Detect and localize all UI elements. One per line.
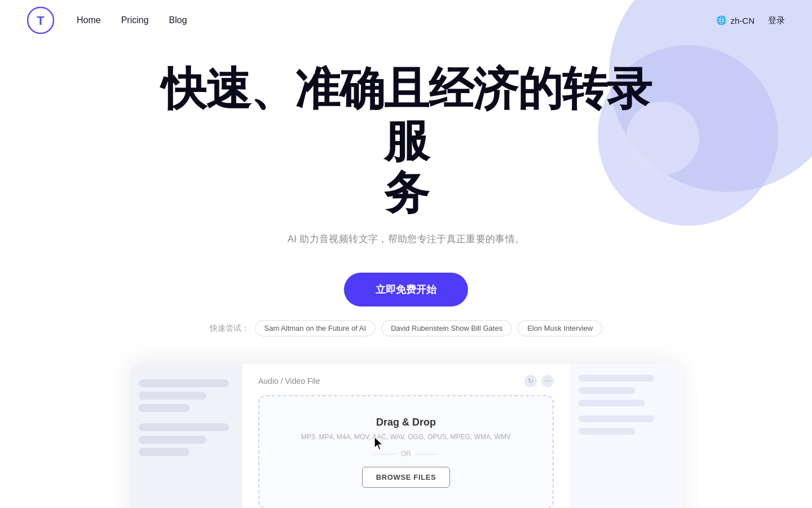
right-bar-5 <box>579 428 636 435</box>
login-button[interactable]: 登录 <box>768 15 785 26</box>
sidebar-bar-3 <box>139 404 189 412</box>
nav-links: Home Pricing Blog <box>77 15 187 25</box>
svg-text:T: T <box>37 14 45 28</box>
browse-files-button[interactable]: BROWSE FILES <box>362 467 451 488</box>
quick-try-label: 快速尝试： <box>210 323 249 334</box>
nav-home[interactable]: Home <box>77 15 101 25</box>
dropzone[interactable]: Drag & Drop MP3, MP4, M4A, MOV, AAC, WAV… <box>258 395 554 508</box>
hero-section: 快速、准确且经济的转录服务 AI 助力音视频转文字，帮助您专注于真正重要的事情。… <box>0 41 812 336</box>
refresh-icon[interactable]: ↻ <box>524 375 537 387</box>
preview-icons: ↻ ⋯ <box>524 375 554 387</box>
app-preview: Audio / Video File ↻ ⋯ Drag & Drop MP3, … <box>130 364 682 508</box>
preview-top-bar: Audio / Video File ↻ ⋯ <box>258 375 554 387</box>
file-label: Audio / Video File <box>258 376 320 386</box>
nav-left: T Home Pricing Blog <box>27 7 187 34</box>
sidebar-bar-5 <box>139 436 206 444</box>
right-bar-2 <box>579 387 636 394</box>
cta-button[interactable]: 立即免费开始 <box>344 273 468 306</box>
preview-right <box>570 364 682 508</box>
right-bar-4 <box>579 415 654 422</box>
quick-chip-1[interactable]: David Rubenstein Show Bill Gates <box>381 320 512 336</box>
dropzone-or: OR <box>271 450 541 458</box>
globe-icon: 🌐 <box>716 15 727 25</box>
sidebar-bar-6 <box>139 448 189 456</box>
nav-right: 🌐 zh-CN 登录 <box>716 15 785 26</box>
right-bar-1 <box>579 375 654 382</box>
sidebar-bar-2 <box>139 392 206 400</box>
quick-chip-2[interactable]: Elon Musk Interview <box>518 320 602 336</box>
hero-title: 快速、准确且经济的转录服务 <box>152 63 660 219</box>
sidebar-bar-4 <box>139 423 229 431</box>
menu-icon[interactable]: ⋯ <box>541 375 554 387</box>
right-bar-3 <box>579 400 645 406</box>
app-preview-wrapper: Audio / Video File ↻ ⋯ Drag & Drop MP3, … <box>0 364 812 508</box>
logo[interactable]: T <box>27 7 54 34</box>
nav-blog[interactable]: Blog <box>169 15 187 25</box>
quick-chip-0[interactable]: Sam Altman on the Future of AI <box>255 320 376 336</box>
preview-main: Audio / Video File ↻ ⋯ Drag & Drop MP3, … <box>242 364 570 508</box>
dropzone-title: Drag & Drop <box>271 417 541 428</box>
preview-sidebar <box>130 364 242 508</box>
hero-subtitle: AI 助力音视频转文字，帮助您专注于真正重要的事情。 <box>0 233 812 246</box>
or-text: OR <box>401 450 411 458</box>
nav-pricing[interactable]: Pricing <box>121 15 149 25</box>
quick-try-section: 快速尝试： Sam Altman on the Future of AI Dav… <box>0 320 812 336</box>
language-label: zh-CN <box>730 16 754 25</box>
dropzone-formats: MP3, MP4, M4A, MOV, AAC, WAV, OGG, OPUS,… <box>271 433 541 441</box>
sidebar-bar-1 <box>139 379 229 387</box>
language-button[interactable]: 🌐 zh-CN <box>716 15 754 25</box>
